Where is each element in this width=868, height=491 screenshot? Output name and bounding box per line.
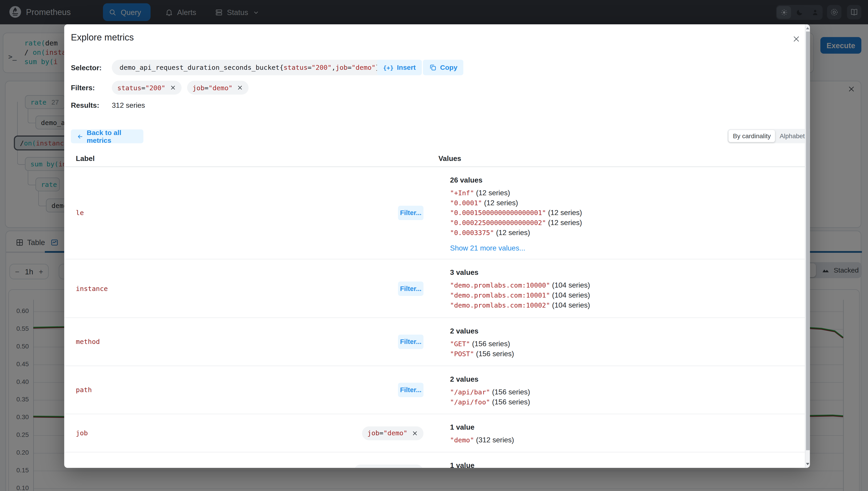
filter-values-button[interactable]: Filter... (398, 281, 424, 295)
label-row-instance: instanceFilter...3 values"demo.promlabs.… (64, 259, 805, 318)
insert-button[interactable]: {+} Insert (377, 60, 422, 75)
values-count: 2 values (450, 375, 798, 383)
label-table-body: leFilter...26 values"+Inf" (12 series)"0… (64, 167, 805, 468)
modal-scrollbar[interactable] (805, 24, 810, 468)
label-row-le: leFilter...26 values"+Inf" (12 series)"0… (64, 167, 805, 259)
series-count: (104 series) (552, 301, 590, 309)
scrollbar-thumb[interactable] (806, 32, 810, 450)
arrow-left-icon (77, 133, 83, 140)
copy-button[interactable]: Copy (423, 60, 463, 75)
remove-filter-icon[interactable] (170, 85, 176, 91)
series-count: (156 series) (492, 398, 530, 406)
label-value: "demo.promlabs.com:10000" (104 series) (450, 281, 798, 290)
filters-row: Filters: status="200"job="demo" (71, 81, 248, 94)
label-name: job (76, 429, 88, 437)
series-count: (12 series) (484, 198, 518, 207)
label-value: "POST" (156 series) (450, 349, 798, 359)
back-to-all-metrics-button[interactable]: Back to all metrics (71, 129, 143, 143)
column-header-label: Label (76, 154, 94, 163)
copy-icon (429, 64, 437, 71)
filter-values-button[interactable]: Filter... (398, 206, 424, 220)
insert-icon: {+} (383, 64, 394, 71)
label-value: "+Inf" (12 series) (450, 188, 798, 198)
label-value: "/api/foo" (156 series) (450, 397, 798, 407)
scroll-down-arrow[interactable] (806, 463, 810, 465)
back-button-label: Back to all metrics (87, 129, 137, 144)
label-row-job: jobjob="demo"1 value"demo" (312 series) (64, 414, 805, 452)
copy-label: Copy (440, 64, 457, 71)
filter-values-button[interactable]: Filter... (398, 335, 424, 349)
modal-close-button[interactable] (788, 31, 804, 47)
sort-toggle: By cardinalityAlphabetic (727, 129, 810, 143)
label-value: "0.00022500000000000002" (12 series) (450, 218, 798, 228)
label-value: "/api/bar" (156 series) (450, 387, 798, 397)
series-count: (104 series) (552, 291, 590, 299)
explore-metrics-modal: Explore metrics Selector: demo_api_reque… (64, 24, 810, 468)
filters-label: Filters: (71, 83, 109, 92)
remove-filter-icon[interactable] (412, 430, 418, 436)
selector-code: demo_api_request_duration_seconds_bucket… (112, 60, 387, 75)
table-header: Label Values (64, 150, 805, 167)
series-count: (156 series) (472, 340, 510, 348)
label-value: "demo" (312 series) (450, 435, 798, 445)
sort-option-by-cardinality[interactable]: By cardinality (729, 130, 775, 142)
series-count: (156 series) (476, 350, 514, 358)
label-value: "0.0003375" (12 series) (450, 228, 798, 238)
values-count: 1 value (450, 423, 798, 431)
show-more-values-link[interactable]: Show 21 more values... (450, 244, 798, 252)
selector-row: Selector: demo_api_request_duration_seco… (71, 60, 387, 75)
remove-filter-icon[interactable] (237, 85, 243, 91)
series-count: (12 series) (548, 208, 582, 216)
row-filter-chip[interactable]: job="demo" (362, 426, 424, 440)
scroll-up-arrow[interactable] (806, 27, 810, 29)
filter-chips: status="200"job="demo" (112, 81, 248, 94)
label-value: "demo.promlabs.com:10001" (104 series) (450, 290, 798, 300)
values-count: 1 value (450, 461, 798, 468)
series-count: (104 series) (552, 281, 590, 289)
insert-label: Insert (397, 64, 416, 71)
filter-chip[interactable]: status="200" (112, 81, 181, 94)
label-value: "0.0001" (12 series) (450, 198, 798, 208)
filter-values-button[interactable]: Filter... (398, 383, 424, 397)
results-label: Results: (71, 101, 109, 109)
series-count: (156 series) (492, 388, 530, 396)
values-count: 26 values (450, 176, 798, 184)
label-name: path (76, 386, 92, 394)
modal-title: Explore metrics (71, 32, 134, 42)
series-count: (12 series) (548, 219, 582, 227)
series-count: (12 series) (496, 228, 530, 237)
label-name: instance (76, 285, 108, 292)
close-icon (792, 34, 800, 43)
series-count: (12 series) (476, 189, 510, 197)
label-row-method: methodFilter...2 values"GET" (156 series… (64, 318, 805, 366)
results-row: Results: 312 series (71, 100, 145, 110)
label-value: "0.00015000000000000001" (12 series) (450, 208, 798, 218)
values-count: 3 values (450, 268, 798, 277)
filter-chip[interactable]: job="demo" (187, 81, 249, 94)
label-name: method (76, 338, 100, 346)
column-header-values: Values (438, 154, 461, 163)
label-value: "demo.promlabs.com:10002" (104 series) (450, 300, 798, 310)
label-name: le (76, 209, 84, 217)
app-root: Prometheus QueryAlertsStatus >_ rate(dem… (0, 0, 868, 491)
label-row-status: statusstatus="200"1 value"200" (312 seri… (64, 452, 805, 468)
selector-label: Selector: (71, 63, 109, 71)
row-filter-chip[interactable]: status="200" (354, 465, 424, 468)
label-value: "GET" (156 series) (450, 339, 798, 349)
label-row-path: pathFilter...2 values"/api/bar" (156 ser… (64, 366, 805, 414)
series-count: (312 series) (476, 436, 514, 444)
results-count: 312 series (112, 101, 145, 109)
values-count: 2 values (450, 327, 798, 335)
